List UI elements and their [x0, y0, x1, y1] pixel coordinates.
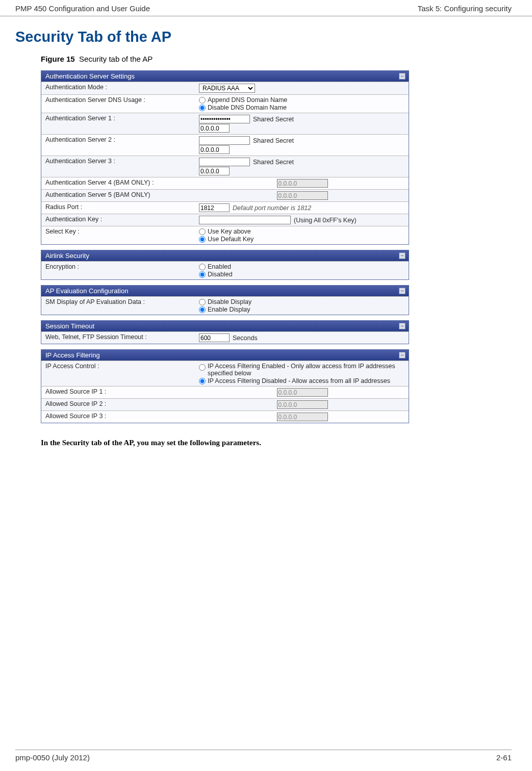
panel-apeval: AP Evaluation Configuration − SM Display…	[41, 285, 409, 315]
auth-mode-select[interactable]: RADIUS AAA	[199, 84, 255, 93]
label-radius-port: Radius Port :	[41, 202, 197, 214]
collapse-icon[interactable]: −	[399, 73, 406, 80]
auth-server2-ip-input[interactable]	[199, 145, 230, 154]
row-dns-usage: Authentication Server DNS Usage : Append…	[41, 94, 409, 113]
radio-label-use-default-key: Use Default Key	[208, 236, 254, 243]
screenshot: Authentication Server Settings − Authent…	[41, 70, 409, 423]
auth-server1-ip-input[interactable]	[199, 124, 230, 133]
radio-enc-enabled[interactable]	[199, 264, 206, 270]
label-session-timeout: Web, Telnet, FTP Session Timeout :	[41, 332, 197, 344]
panel-ipfilter: IP Access Filtering − IP Access Control …	[41, 349, 409, 423]
label-allowed-ip1: Allowed Source IP 1 :	[41, 387, 197, 398]
row-sm-display: SM Display of AP Evaluation Data : Disab…	[41, 296, 409, 315]
panel-airlink: Airlink Security − Encryption : Enabled …	[41, 250, 409, 280]
auth-key-note: (Using All 0xFF's Key)	[294, 217, 357, 224]
auth-server2-secret-input[interactable]	[199, 136, 250, 145]
radio-label-enable-display: Enable Display	[208, 306, 250, 313]
radio-ipfilter-enabled[interactable]	[199, 364, 206, 371]
allowed-ip1-input	[277, 388, 328, 397]
label-auth-server4: Authentication Server 4 (BAM ONLY) :	[41, 177, 197, 189]
label-dns-usage: Authentication Server DNS Usage :	[41, 95, 197, 113]
panel-title-session: Session Timeout	[45, 322, 94, 330]
figure-caption-text: Security tab of the AP	[79, 55, 153, 63]
page-content: Security Tab of the AP Figure 15 Securit…	[0, 16, 532, 447]
label-allowed-ip2: Allowed Source IP 2 :	[41, 399, 197, 410]
figure-label: Figure 15	[41, 55, 75, 63]
panel-title-airlink: Airlink Security	[45, 252, 89, 260]
figure-caption: Figure 15 Security tab of the AP	[41, 55, 517, 63]
radio-enable-display[interactable]	[199, 306, 206, 313]
radio-label-dns-disable: Disable DNS Domain Name	[208, 104, 287, 111]
page-header: PMP 450 Configuration and User Guide Tas…	[0, 0, 532, 16]
row-auth-server1: Authentication Server 1 : Shared Secret	[41, 113, 409, 134]
row-radius-port: Radius Port : Default port number is 181…	[41, 201, 409, 214]
auth-server4-input	[277, 179, 328, 188]
page-footer: pmp-0050 (July 2012) 2-61	[15, 750, 512, 762]
panel-title-ipfilter: IP Access Filtering	[45, 351, 100, 359]
radio-disable-display[interactable]	[199, 299, 206, 305]
row-allowed-ip1: Allowed Source IP 1 :	[41, 386, 409, 398]
radio-label-ipfilter-disabled: IP Access Filtering Disabled - Allow acc…	[208, 377, 390, 384]
row-auth-server5: Authentication Server 5 (BAM ONLY)	[41, 189, 409, 201]
collapse-icon[interactable]: −	[399, 323, 406, 329]
label-auth-server3: Authentication Server 3 :	[41, 156, 197, 177]
radio-dns-append[interactable]	[199, 97, 206, 104]
session-timeout-unit: Seconds	[233, 335, 258, 342]
shared-secret-label2: Shared Secret	[253, 137, 294, 144]
radio-use-default-key[interactable]	[199, 236, 206, 243]
radio-label-ipfilter-enabled: IP Access Filtering Enabled - Only allow…	[208, 363, 406, 377]
label-auth-server5: Authentication Server 5 (BAM ONLY)	[41, 190, 197, 201]
panel-header-ipfilter: IP Access Filtering −	[41, 350, 409, 361]
header-doc-title: PMP 450 Configuration and User Guide	[15, 4, 150, 13]
radio-dns-disable[interactable]	[199, 105, 206, 111]
allowed-ip3-input	[277, 413, 328, 421]
panel-title-auth: Authentication Server Settings	[45, 72, 135, 80]
radio-label-dns-append: Append DNS Domain Name	[208, 96, 287, 104]
row-session-timeout: Web, Telnet, FTP Session Timeout : Secon…	[41, 331, 409, 344]
radio-label-enc-enabled: Enabled	[208, 263, 231, 270]
auth-key-input[interactable]	[199, 216, 291, 224]
auth-server1-secret-input[interactable]	[199, 115, 250, 123]
row-allowed-ip2: Allowed Source IP 2 :	[41, 398, 409, 410]
label-auth-key: Authentication Key :	[41, 214, 197, 226]
footer-page-number: 2-61	[496, 753, 512, 762]
allowed-ip2-input	[277, 400, 328, 409]
session-timeout-input[interactable]	[199, 333, 230, 342]
panel-auth-settings: Authentication Server Settings − Authent…	[41, 70, 409, 245]
radio-label-enc-disabled: Disabled	[208, 271, 233, 278]
panel-header-apeval: AP Evaluation Configuration −	[41, 286, 409, 296]
label-select-key: Select Key :	[41, 226, 197, 244]
radio-ipfilter-disabled[interactable]	[199, 378, 206, 384]
row-auth-server4: Authentication Server 4 (BAM ONLY) :	[41, 177, 409, 189]
label-auth-server1: Authentication Server 1 :	[41, 113, 197, 134]
label-auth-mode: Authentication Mode :	[41, 82, 197, 94]
radius-port-note: Default port number is 1812	[233, 204, 311, 212]
auth-server3-ip-input[interactable]	[199, 167, 230, 175]
auth-server3-secret-input[interactable]	[199, 158, 250, 166]
label-encryption: Encryption :	[41, 262, 197, 279]
row-allowed-ip3: Allowed Source IP 3 :	[41, 410, 409, 423]
shared-secret-label3: Shared Secret	[253, 159, 294, 166]
panel-header-auth: Authentication Server Settings −	[41, 71, 409, 82]
header-task-title: Task 5: Configuring security	[418, 4, 512, 13]
radius-port-input[interactable]	[199, 203, 230, 212]
row-auth-key: Authentication Key : (Using All 0xFF's K…	[41, 214, 409, 226]
radio-enc-disabled[interactable]	[199, 271, 206, 278]
footer-doc-id: pmp-0050 (July 2012)	[15, 753, 90, 762]
collapse-icon[interactable]: −	[399, 252, 406, 259]
collapse-icon[interactable]: −	[399, 288, 406, 294]
label-ip-access-control: IP Access Control :	[41, 361, 197, 386]
paragraph-intro: In the Security tab of the AP, you may s…	[41, 439, 517, 447]
collapse-icon[interactable]: −	[399, 352, 406, 358]
shared-secret-label1: Shared Secret	[253, 116, 294, 123]
row-auth-server3: Authentication Server 3 : Shared Secret	[41, 156, 409, 177]
row-encryption: Encryption : Enabled Disabled	[41, 261, 409, 279]
panel-title-apeval: AP Evaluation Configuration	[45, 287, 128, 295]
radio-label-disable-display: Disable Display	[208, 298, 251, 305]
label-auth-server2: Authentication Server 2 :	[41, 135, 197, 156]
label-sm-display: SM Display of AP Evaluation Data :	[41, 297, 197, 315]
row-select-key: Select Key : Use Key above Use Default K…	[41, 226, 409, 244]
radio-use-key-above[interactable]	[199, 228, 206, 235]
label-allowed-ip3: Allowed Source IP 3 :	[41, 411, 197, 423]
row-auth-server2: Authentication Server 2 : Shared Secret	[41, 134, 409, 156]
